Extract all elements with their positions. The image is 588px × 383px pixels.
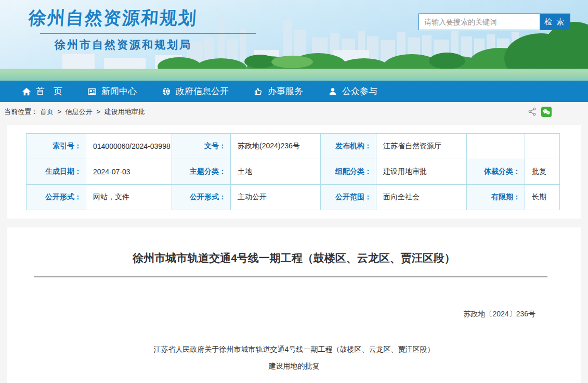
meta-value: 主动公开: [231, 185, 321, 210]
globe-icon: [162, 87, 171, 96]
page: 徐州自然资源和规划 徐州市自然资源和规划局 检 索 首 页新闻中心政府信息公开办…: [0, 0, 588, 383]
meta-label: 文号：: [172, 134, 231, 159]
meta-value: 2024-07-03: [86, 159, 172, 185]
news-icon: [87, 87, 97, 96]
meta-table-body: 索引号：014000060/2024-03998文号：苏政地(2024)236号…: [27, 134, 560, 210]
meta-value: 014000060/2024-03998: [86, 134, 172, 159]
meta-table: 索引号：014000060/2024-03998文号：苏政地(2024)236号…: [26, 133, 560, 210]
site-logo: 徐州自然资源和规划 徐州市自然资源和规划局: [29, 6, 256, 52]
meta-label: 体裁分类：: [467, 159, 525, 185]
breadcrumb-separator: >: [56, 108, 63, 116]
doc-number: 苏政地〔2024〕236号: [7, 310, 581, 319]
breadcrumb-link-3[interactable]: 建设用地审批: [104, 108, 145, 116]
meta-table-row: 生成日期：2024-07-03主题分类：土地组配分类：建设用地审批体裁分类：批复: [27, 159, 560, 185]
meta-value: 网站，文件: [86, 185, 172, 210]
nav-item-label: 公众参与: [342, 85, 377, 97]
article-panel: 徐州市城市轨道交通4号线一期工程（鼓楼区、云龙区、贾汪区段） 苏政地〔2024〕…: [7, 227, 581, 383]
meta-label: 公开范围：: [321, 185, 376, 210]
nav-item-gov-info[interactable]: 政府信息公开: [162, 85, 229, 97]
site-banner: 徐州自然资源和规划 徐州市自然资源和规划局 检 索: [0, 0, 588, 81]
meta-table-row: 索引号：014000060/2024-03998文号：苏政地(2024)236号…: [27, 134, 560, 159]
logo-divider: [40, 33, 256, 34]
meta-value: 建设用地审批: [376, 159, 467, 185]
nav-item-label: 政府信息公开: [176, 85, 229, 97]
user-icon: [328, 87, 337, 96]
wechat-icon[interactable]: [541, 107, 552, 117]
nav-item-label: 办事服务: [268, 85, 303, 97]
title-rule: [34, 276, 547, 277]
nav-item-news[interactable]: 新闻中心: [87, 85, 137, 97]
breadcrumb-separator: >: [95, 108, 102, 116]
meta-table-row: 公开形式：网站，文件公开形式：主动公开公开范围：面向全社会有限期：长期: [27, 185, 560, 210]
meta-label: 公开形式：: [172, 185, 231, 210]
meta-table-panel: 索引号：014000060/2024-03998文号：苏政地(2024)236号…: [7, 125, 581, 219]
nav-item-services[interactable]: 办事服务: [254, 85, 303, 97]
nav-item-label: 首 页: [36, 85, 62, 97]
article-paragraph-2: 建设用地的批复: [7, 362, 581, 371]
meta-label: 索引号：: [27, 134, 86, 159]
meta-value: 江苏省自然资源厅: [376, 134, 467, 159]
thumb-up-icon: [254, 87, 263, 96]
main-nav: 首 页新闻中心政府信息公开办事服务公众参与: [0, 81, 588, 102]
meta-value: [525, 134, 560, 159]
search-button[interactable]: 检 索: [540, 14, 570, 30]
nav-item-home[interactable]: 首 页: [22, 85, 62, 97]
meta-value: 土地: [231, 159, 321, 185]
meta-label: 组配分类：: [321, 159, 376, 185]
meta-value: 苏政地(2024)236号: [231, 134, 321, 159]
section-divider: [0, 219, 588, 227]
meta-label: 有限期：: [467, 185, 525, 210]
breadcrumb: 当前位置： 首页 > 信息公开 > 建设用地审批: [0, 102, 588, 121]
article-title: 徐州市城市轨道交通4号线一期工程（鼓楼区、云龙区、贾汪区段）: [38, 251, 550, 265]
meta-label: 发布机构：: [321, 134, 376, 159]
breadcrumb-prefix: 当前位置：: [4, 107, 38, 117]
meta-label: 生成日期：: [27, 159, 86, 185]
article-paragraph-1: 江苏省人民政府关于徐州市城市轨道交通4号线一期工程（鼓楼区、云龙区、贾汪区段）: [7, 345, 581, 354]
breadcrumb-link-1[interactable]: 首页: [40, 108, 54, 116]
breadcrumb-icons: [528, 107, 588, 117]
meta-value: 批复: [525, 159, 560, 185]
site-title: 徐州自然资源和规划: [28, 6, 256, 30]
site-search: 检 索: [419, 14, 570, 30]
meta-value: 长期: [525, 185, 560, 210]
home-icon: [22, 87, 31, 96]
search-input[interactable]: [419, 14, 540, 30]
share-icon[interactable]: [528, 107, 537, 116]
breadcrumb-links: 首页 > 信息公开 > 建设用地审批: [39, 107, 146, 117]
meta-label: 公开形式：: [27, 185, 86, 210]
breadcrumb-link-2[interactable]: 信息公开: [66, 108, 93, 116]
meta-label: [467, 134, 525, 159]
nav-item-label: 新闻中心: [101, 85, 137, 97]
meta-label: 主题分类：: [172, 159, 231, 185]
nav-item-participation[interactable]: 公众参与: [328, 85, 377, 97]
meta-value: 面向全社会: [376, 185, 467, 210]
article-body: 江苏省人民政府关于徐州市城市轨道交通4号线一期工程（鼓楼区、云龙区、贾汪区段）建…: [7, 345, 581, 371]
site-subtitle: 徐州市自然资源和规划局: [55, 37, 256, 52]
